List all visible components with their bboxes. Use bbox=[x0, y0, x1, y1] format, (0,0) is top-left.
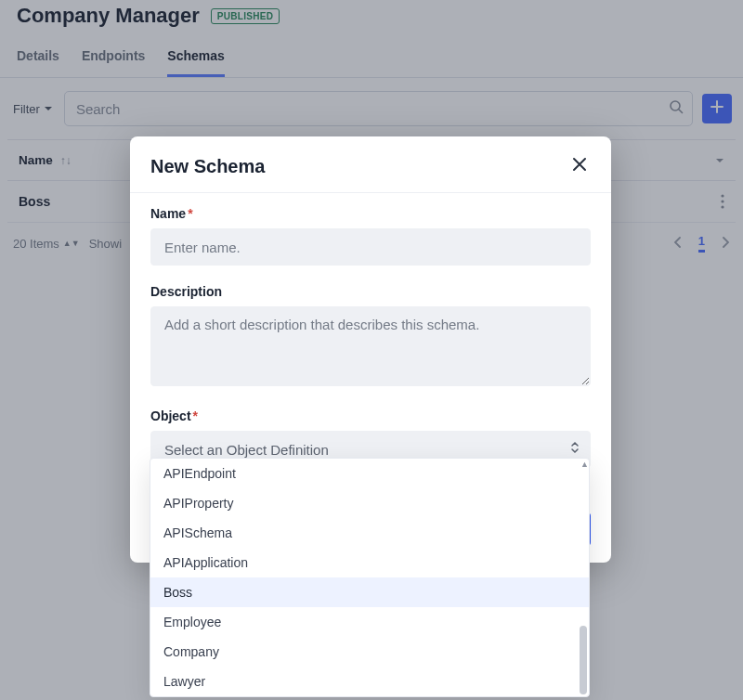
close-button[interactable] bbox=[568, 153, 591, 179]
name-label: Name* bbox=[150, 206, 591, 221]
description-label: Description bbox=[150, 284, 591, 299]
required-asterisk: * bbox=[193, 408, 198, 423]
modal-title: New Schema bbox=[150, 156, 265, 177]
object-option[interactable]: Boss bbox=[150, 577, 589, 607]
object-label-text: Object bbox=[150, 408, 191, 423]
close-icon bbox=[572, 159, 587, 175]
object-option[interactable]: APISchema bbox=[150, 518, 589, 548]
required-asterisk: * bbox=[188, 206, 192, 221]
description-textarea[interactable] bbox=[150, 306, 591, 386]
object-label: Object* bbox=[150, 408, 591, 423]
select-caret-icon bbox=[570, 441, 580, 458]
name-input[interactable] bbox=[150, 228, 591, 266]
object-option[interactable]: Employee bbox=[150, 607, 589, 637]
object-select-placeholder: Select an Object Definition bbox=[164, 442, 329, 458]
object-option[interactable]: Company bbox=[150, 637, 589, 667]
object-option[interactable]: Lawyer bbox=[150, 667, 589, 696]
scrollbar-thumb[interactable] bbox=[580, 626, 587, 694]
name-label-text: Name bbox=[150, 206, 186, 221]
object-dropdown: APIEndpointAPIPropertyAPISchemaAPIApplic… bbox=[150, 458, 590, 697]
object-option[interactable]: APIEndpoint bbox=[150, 459, 589, 488]
object-option[interactable]: APIProperty bbox=[150, 488, 589, 518]
object-option[interactable]: APIApplication bbox=[150, 548, 589, 577]
scrollbar[interactable]: ▲ bbox=[580, 460, 587, 694]
